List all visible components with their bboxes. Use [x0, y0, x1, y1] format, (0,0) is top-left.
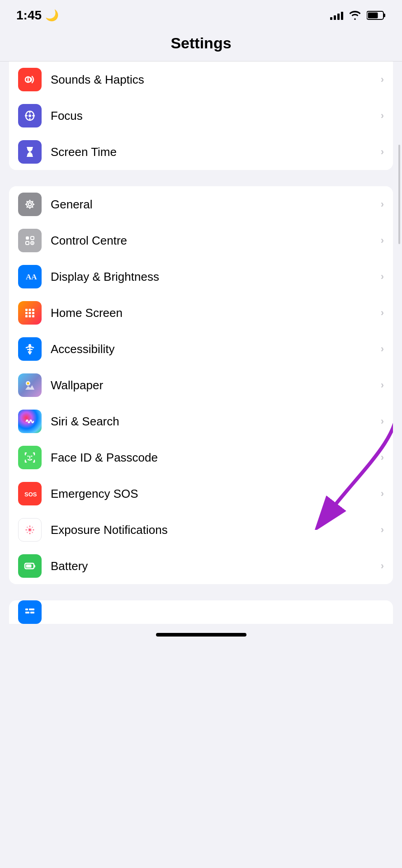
status-time: 1:45 🌙 — [16, 8, 59, 23]
svg-rect-49 — [30, 612, 34, 613]
wallpaper-chevron: › — [381, 379, 384, 391]
home-screen-chevron: › — [381, 307, 384, 319]
status-right — [330, 10, 386, 20]
accessibility-chevron: › — [381, 343, 384, 355]
focus-icon — [18, 104, 42, 127]
settings-group-general: General › Control Centre › AA — [9, 186, 393, 584]
svg-rect-2 — [368, 13, 378, 19]
svg-rect-21 — [25, 315, 28, 317]
focus-label: Focus — [51, 109, 377, 123]
settings-item-sounds-haptics[interactable]: Sounds & Haptics › — [9, 61, 393, 98]
sounds-haptics-chevron: › — [381, 74, 384, 85]
battery-settings-icon — [18, 554, 42, 578]
status-bar: 1:45 🌙 — [0, 0, 402, 27]
sounds-haptics-icon — [18, 68, 42, 91]
general-icon — [18, 193, 42, 216]
svg-rect-16 — [29, 309, 31, 311]
emergency-sos-chevron: › — [381, 488, 384, 500]
svg-point-41 — [27, 532, 28, 533]
svg-rect-17 — [32, 309, 34, 311]
svg-rect-46 — [25, 609, 28, 610]
face-id-chevron: › — [381, 452, 384, 463]
partial-bottom-icon — [18, 600, 42, 624]
svg-rect-11 — [26, 241, 29, 245]
screen-time-icon — [18, 140, 42, 164]
sounds-haptics-label: Sounds & Haptics — [51, 73, 377, 87]
svg-rect-6 — [27, 156, 33, 157]
siri-search-chevron: › — [381, 415, 384, 427]
display-brightness-icon: AA — [18, 265, 42, 288]
settings-group-bottom-partial — [9, 600, 393, 624]
battery-chevron: › — [381, 560, 384, 572]
svg-point-8 — [27, 201, 33, 208]
screen-time-label: Screen Time — [51, 145, 377, 159]
svg-point-36 — [29, 533, 31, 534]
general-chevron: › — [381, 198, 384, 210]
svg-rect-23 — [32, 315, 34, 317]
settings-item-emergency-sos[interactable]: SOS Emergency SOS › — [9, 476, 393, 512]
home-screen-label: Home Screen — [51, 306, 377, 320]
settings-item-accessibility[interactable]: Accessibility › — [9, 331, 393, 367]
settings-container: Sounds & Haptics › Focus › — [0, 61, 402, 624]
settings-item-siri-search[interactable]: Siri & Search › — [9, 403, 393, 439]
settings-item-display-brightness[interactable]: AA Display & Brightness › — [9, 259, 393, 295]
display-brightness-chevron: › — [381, 271, 384, 283]
svg-point-26 — [27, 382, 29, 385]
face-id-label: Face ID & Passcode — [51, 451, 377, 465]
svg-point-39 — [27, 527, 28, 528]
svg-point-7 — [28, 203, 32, 206]
svg-point-13 — [32, 242, 33, 244]
home-screen-icon — [18, 301, 42, 325]
screen-time-chevron: › — [381, 146, 384, 158]
display-brightness-label: Display & Brightness — [51, 270, 377, 284]
settings-item-face-id[interactable]: Face ID & Passcode › — [9, 439, 393, 476]
exposure-icon — [18, 518, 42, 542]
wallpaper-label: Wallpaper — [51, 378, 377, 392]
settings-item-wallpaper[interactable]: Wallpaper › — [9, 367, 393, 403]
svg-rect-5 — [27, 147, 33, 148]
svg-rect-18 — [25, 312, 28, 314]
svg-rect-19 — [29, 312, 31, 314]
control-centre-icon — [18, 229, 42, 252]
svg-point-37 — [26, 529, 27, 531]
svg-rect-15 — [25, 309, 28, 311]
exposure-label: Exposure Notifications — [51, 523, 377, 537]
exposure-chevron: › — [381, 524, 384, 536]
svg-point-40 — [32, 527, 33, 528]
settings-item-home-screen[interactable]: Home Screen › — [9, 295, 393, 331]
home-bar — [156, 633, 246, 637]
focus-chevron: › — [381, 110, 384, 122]
svg-point-4 — [28, 114, 31, 117]
wallpaper-icon — [18, 373, 42, 397]
svg-point-30 — [31, 456, 33, 457]
settings-item-exposure[interactable]: Exposure Notifications › — [9, 512, 393, 548]
emergency-sos-icon: SOS — [18, 482, 42, 505]
home-indicator — [0, 633, 402, 644]
settings-item-partial-bottom[interactable] — [9, 600, 393, 624]
svg-text:SOS: SOS — [24, 491, 37, 498]
siri-icon — [18, 410, 42, 433]
svg-rect-44 — [34, 565, 35, 567]
battery-label: Battery — [51, 559, 377, 573]
svg-point-42 — [32, 532, 33, 533]
face-id-icon — [18, 446, 42, 469]
svg-point-34 — [29, 529, 31, 531]
svg-rect-45 — [26, 565, 32, 568]
page-title: Settings — [170, 34, 231, 52]
control-centre-label: Control Centre — [51, 234, 377, 248]
siri-search-label: Siri & Search — [51, 415, 377, 429]
general-label: General — [51, 198, 377, 212]
svg-text:AA: AA — [26, 273, 37, 281]
settings-item-general[interactable]: General › — [9, 186, 393, 222]
settings-item-control-centre[interactable]: Control Centre › — [9, 222, 393, 259]
svg-rect-9 — [26, 236, 29, 240]
accessibility-icon — [18, 337, 42, 361]
svg-rect-22 — [29, 315, 31, 317]
settings-item-screen-time[interactable]: Screen Time › — [9, 134, 393, 170]
settings-item-battery[interactable]: Battery › — [9, 548, 393, 584]
battery-icon — [367, 10, 386, 20]
nav-header: Settings — [0, 27, 402, 61]
control-centre-chevron: › — [381, 235, 384, 246]
svg-point-29 — [28, 456, 29, 457]
settings-item-focus[interactable]: Focus › — [9, 98, 393, 134]
